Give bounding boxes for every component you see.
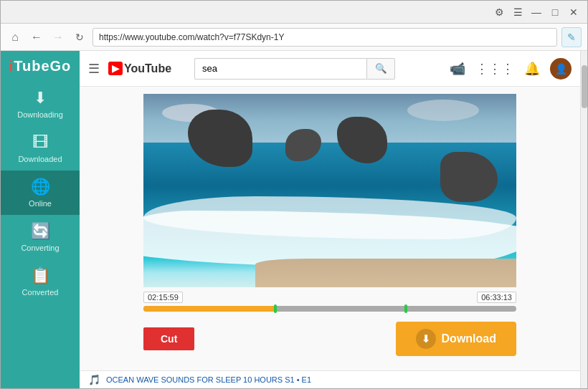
info-icon: 🎵 xyxy=(88,374,100,385)
forward-button[interactable]: → xyxy=(49,29,67,46)
video-camera-icon[interactable]: 📹 xyxy=(450,61,465,77)
search-icon: 🔍 xyxy=(375,63,387,74)
bottom-bar: 🎵 OCEAN WAVE SOUNDS FOR SLEEP 10 HOURS S… xyxy=(80,370,580,388)
back-icon: ← xyxy=(31,31,42,44)
bell-icon[interactable]: 🔔 xyxy=(524,61,540,77)
app-logo: iTubeGo xyxy=(1,51,80,82)
convert-icon: 🔄 xyxy=(31,222,50,241)
logo-text: iTubeGo xyxy=(9,58,72,75)
sand xyxy=(255,259,516,287)
progress-marker-start xyxy=(274,304,277,313)
url-input[interactable] xyxy=(93,28,557,47)
video-title-link[interactable]: OCEAN WAVE SOUNDS FOR SLEEP 10 HOURS S1 … xyxy=(106,375,311,384)
youtube-logo-text: YouTube xyxy=(124,62,171,75)
video-frame xyxy=(143,94,516,287)
sidebar-online-label: Online xyxy=(29,199,52,208)
avatar[interactable]: 👤 xyxy=(550,58,572,80)
download-circle-icon: ⬇ xyxy=(416,329,436,349)
gear-button[interactable]: ⚙ xyxy=(491,4,507,20)
film-icon: 🎞 xyxy=(32,133,48,152)
minimize-button[interactable]: — xyxy=(528,4,544,20)
home-icon: ⌂ xyxy=(11,31,19,44)
download-label: Download xyxy=(442,332,496,345)
maximize-button[interactable]: □ xyxy=(547,4,563,20)
apps-grid-icon[interactable]: ⋮⋮⋮ xyxy=(475,61,514,77)
progress-track[interactable] xyxy=(143,306,516,312)
youtube-topbar: ☰ ▶ YouTube 🔍 📹 ⋮⋮⋮ 🔔 👤 xyxy=(80,51,580,87)
back-button[interactable]: ← xyxy=(28,29,45,46)
sidebar-downloaded-label: Downloaded xyxy=(18,155,62,163)
menu-button[interactable]: ☰ xyxy=(510,4,526,20)
sidebar: iTubeGo ⬇ Downloading 🎞 Downloaded 🌐 Onl… xyxy=(1,51,80,388)
address-bar: ⌂ ← → ↻ ✎ xyxy=(1,24,587,51)
title-bar: ⚙ ☰ — □ ✕ xyxy=(1,1,587,24)
youtube-search-button[interactable]: 🔍 xyxy=(366,58,395,80)
youtube-logo: ▶ YouTube xyxy=(108,62,171,75)
youtube-topbar-right: 📹 ⋮⋮⋮ 🔔 👤 xyxy=(450,58,572,80)
gear-icon: ⚙ xyxy=(495,6,504,18)
progress-marker-end xyxy=(404,304,407,313)
clipboard-icon: 📋 xyxy=(31,266,50,285)
ocean-scene xyxy=(143,94,516,287)
scroll-thumb[interactable] xyxy=(582,65,587,108)
browser-area: ☰ ▶ YouTube 🔍 📹 ⋮⋮⋮ 🔔 👤 xyxy=(80,51,580,388)
globe-icon: 🌐 xyxy=(31,178,50,196)
sidebar-downloading-label: Downloading xyxy=(17,110,63,119)
refresh-button[interactable]: ↻ xyxy=(71,29,88,46)
time-markers: 02:15:59 06:33:13 xyxy=(143,292,516,303)
app-window: ⚙ ☰ — □ ✕ ⌂ ← → ↻ xyxy=(0,0,588,389)
download-arrow-icon: ⬇ xyxy=(34,89,47,107)
video-container: 02:15:59 06:33:13 Cut ⬇ Download xyxy=(80,87,580,370)
sidebar-item-converted[interactable]: 📋 Converted xyxy=(1,259,80,304)
eraser-button[interactable]: ✎ xyxy=(561,27,582,47)
download-button[interactable]: ⬇ Download xyxy=(396,322,516,356)
close-button[interactable]: ✕ xyxy=(566,4,582,20)
main-layout: iTubeGo ⬇ Downloading 🎞 Downloaded 🌐 Onl… xyxy=(1,51,587,388)
sidebar-converting-label: Converting xyxy=(21,244,59,252)
home-button[interactable]: ⌂ xyxy=(6,29,24,46)
maximize-icon: □ xyxy=(552,6,558,18)
youtube-search-wrap: 🔍 xyxy=(194,58,395,80)
cut-button[interactable]: Cut xyxy=(143,327,194,350)
title-bar-controls: ⚙ ☰ — □ ✕ xyxy=(491,4,582,20)
refresh-icon: ↻ xyxy=(75,32,84,43)
minimize-icon: — xyxy=(531,6,541,18)
progress-fill xyxy=(143,306,274,312)
action-row: Cut ⬇ Download xyxy=(143,316,516,362)
time-start: 02:15:59 xyxy=(143,292,183,303)
eraser-icon: ✎ xyxy=(567,32,576,43)
controls-bar: 02:15:59 06:33:13 xyxy=(143,287,516,316)
youtube-search-input[interactable] xyxy=(194,58,366,80)
sidebar-item-converting[interactable]: 🔄 Converting xyxy=(1,215,80,259)
close-icon: ✕ xyxy=(569,6,578,18)
youtube-logo-icon: ▶ xyxy=(108,62,123,75)
cloud-2 xyxy=(407,100,479,121)
time-end: 06:33:13 xyxy=(477,292,516,303)
menu-icon: ☰ xyxy=(513,6,523,18)
hamburger-icon[interactable]: ☰ xyxy=(88,61,100,77)
sidebar-item-downloading[interactable]: ⬇ Downloading xyxy=(1,82,80,126)
sidebar-item-online[interactable]: 🌐 Online xyxy=(1,171,80,215)
sidebar-item-downloaded[interactable]: 🎞 Downloaded xyxy=(1,126,80,171)
sidebar-converted-label: Converted xyxy=(22,288,59,297)
forward-icon: → xyxy=(52,31,64,44)
scrollbar[interactable] xyxy=(580,51,587,388)
